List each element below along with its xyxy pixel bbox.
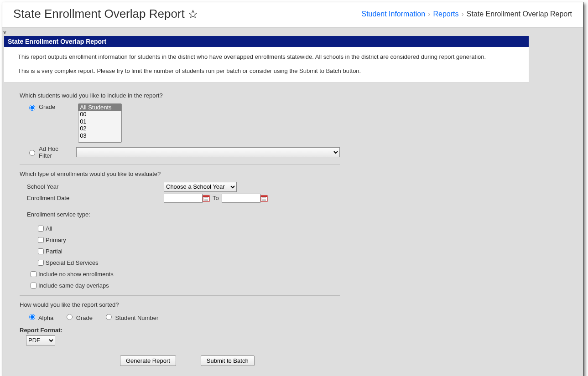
radio-grade-label: Grade (39, 103, 55, 110)
noshow-label: Include no show enrollments (38, 271, 114, 278)
radio-sort-alpha[interactable] (29, 314, 35, 320)
checkbox-service-partial[interactable] (38, 248, 44, 254)
date-to-input[interactable] (222, 194, 260, 203)
svg-marker-0 (189, 10, 197, 17)
grade-multiselect[interactable]: All Students 00 01 02 03 (78, 103, 122, 143)
svg-rect-2 (203, 196, 209, 197)
panel-title: State Enrollment Overlap Report (4, 36, 529, 47)
svc-primary-label: Primary (46, 237, 66, 243)
breadcrumb-current: State Enrollment Overlap Report (467, 10, 572, 18)
school-year-row: School Year Choose a School Year (27, 182, 340, 192)
sort-grade-group: Grade (64, 313, 93, 321)
radio-grade[interactable] (29, 105, 35, 111)
info-panel: State Enrollment Overlap Report This rep… (4, 36, 529, 83)
svc-partial-row: Partial (36, 247, 340, 256)
enrollment-date-label: Enrollment Date (27, 195, 164, 201)
format-row: PDF (26, 335, 340, 345)
grade-option-all[interactable]: All Students (78, 104, 121, 111)
submit-to-batch-button[interactable]: Submit to Batch (201, 355, 255, 366)
breadcrumb-link-reports[interactable]: Reports (433, 10, 458, 18)
report-format-select[interactable]: PDF (26, 335, 55, 345)
sameday-row: Include same day overlaps (29, 281, 340, 290)
report-format-label: Report Format: (20, 327, 340, 334)
question-enrollments: Which type of enrollments would you like… (20, 170, 340, 177)
button-row: Generate Report Submit to Batch (120, 355, 340, 366)
school-year-label: School Year (27, 183, 164, 190)
form-area: Which students would you like to include… (4, 83, 355, 375)
app-window: State Enrollment Overlap Report Student … (2, 2, 583, 376)
breadcrumb-link-student-info[interactable]: Student Information (361, 10, 425, 18)
adhoc-radio-row: Ad Hoc Filter (20, 145, 340, 159)
enrollment-date-row: Enrollment Date To (27, 194, 340, 203)
svc-sped-label: Special Ed Services (46, 259, 99, 266)
checkbox-service-primary[interactable] (38, 237, 44, 243)
school-year-select[interactable]: Choose a School Year (164, 182, 237, 192)
sort-row: Alpha Grade Student Number (27, 313, 340, 321)
date-to-label: To (213, 195, 219, 201)
radio-sort-student-number[interactable] (106, 314, 112, 320)
adhoc-filter-select[interactable] (76, 147, 340, 157)
chevron-right-icon: › (461, 10, 463, 18)
panel-body: This report outputs enrollment informati… (4, 47, 529, 83)
content-area: v State Enrollment Overlap Report This r… (2, 28, 583, 376)
calendar-icon[interactable] (203, 195, 210, 202)
favorite-star-icon[interactable] (188, 10, 198, 19)
sameday-label: Include same day overlaps (38, 282, 109, 289)
page-title: State Enrollment Overlap Report (13, 7, 185, 21)
grade-radio-row: Grade All Students 00 01 02 03 (20, 103, 340, 143)
sort-alpha-label: Alpha (38, 314, 53, 321)
service-type-label: Enrollment service type: (27, 211, 340, 218)
date-from-input[interactable] (164, 194, 203, 203)
svc-all-row: All (36, 224, 340, 233)
grade-option-02[interactable]: 02 (78, 125, 121, 132)
svc-partial-label: Partial (46, 248, 62, 255)
top-header: State Enrollment Overlap Report Student … (2, 2, 583, 28)
question-students: Which students would you like to include… (20, 92, 340, 99)
checkbox-service-all[interactable] (38, 226, 44, 232)
svg-rect-7 (261, 196, 267, 197)
calendar-icon[interactable] (260, 195, 268, 202)
radio-adhoc-label: Ad Hoc Filter (39, 145, 72, 159)
grade-option-01[interactable]: 01 (78, 118, 121, 125)
radio-adhoc[interactable] (29, 150, 35, 156)
svc-all-label: All (46, 225, 52, 232)
panel-desc-1: This report outputs enrollment informati… (18, 52, 515, 62)
svc-sped-row: Special Ed Services (36, 258, 340, 267)
stray-text: v (2, 28, 583, 36)
sort-sn-label: Student Number (115, 314, 159, 321)
sort-alpha-group: Alpha (27, 313, 53, 321)
question-sort: How would you like the report sorted? (20, 301, 340, 308)
generate-report-button[interactable]: Generate Report (120, 355, 176, 366)
title-group: State Enrollment Overlap Report (13, 7, 198, 21)
breadcrumb: Student Information › Reports › State En… (361, 10, 572, 18)
chevron-right-icon: › (428, 10, 430, 18)
panel-desc-2: This is a very complex report. Please tr… (18, 67, 515, 76)
checkbox-include-noshow[interactable] (31, 271, 36, 277)
sort-grade-label: Grade (76, 314, 93, 321)
radio-sort-grade[interactable] (67, 314, 73, 320)
section-separator (20, 165, 340, 165)
checkbox-include-sameday[interactable] (31, 283, 36, 288)
grade-option-00[interactable]: 00 (78, 111, 121, 118)
noshow-row: Include no show enrollments (29, 270, 340, 278)
grade-option-03[interactable]: 03 (78, 132, 121, 139)
sort-sn-group: Student Number (104, 313, 158, 321)
checkbox-service-sped[interactable] (38, 260, 44, 266)
section-separator (20, 295, 340, 296)
svc-primary-row: Primary (36, 236, 340, 244)
